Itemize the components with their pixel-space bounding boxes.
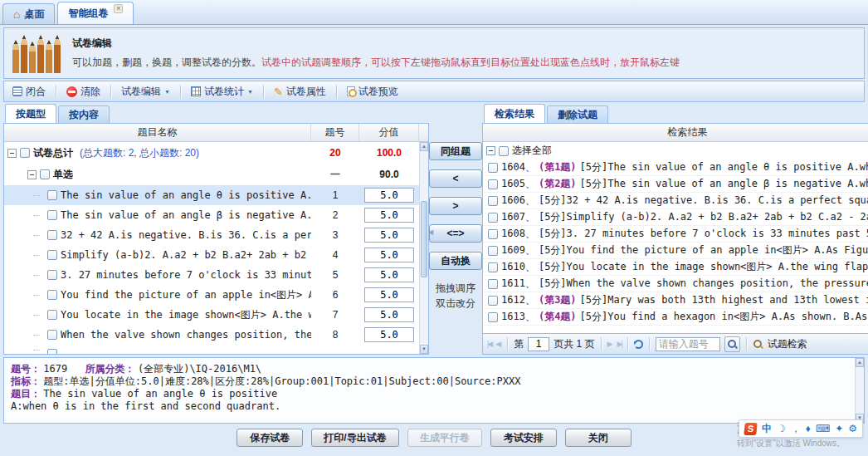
search-result-row[interactable]: 1613、(第4题)[5分]You find a hexagon in<图片> … [483,309,868,326]
panel-collapse-handle[interactable]: ◀ [428,228,433,236]
row-checkbox[interactable] [488,213,498,223]
tree-collapse-icon[interactable] [7,149,17,158]
move-right-button[interactable]: > [429,197,482,215]
tree-collapse-icon[interactable] [27,170,37,179]
scrollbar-thumb[interactable] [421,201,427,277]
scroll-up-icon[interactable]: ▲ [856,358,864,367]
select-all-checkbox[interactable] [499,146,509,156]
paper-total-row[interactable]: 试卷总计 (总大题数: 2, 总小题数: 20) 20 100.0 [4,142,428,164]
row-checkbox[interactable] [488,229,498,239]
score-input[interactable] [364,287,414,302]
row-checkbox[interactable] [488,163,498,173]
paper-edit-menu-button[interactable]: 试卷编辑 ▼ [116,83,175,101]
question-search-link[interactable]: 试题检索 [768,337,807,351]
search-result-row[interactable]: 1611、[5分]When the valve shown changes po… [483,276,868,292]
score-input[interactable] [364,208,414,223]
question-group-row[interactable]: 单选 一 90.0 [4,164,428,185]
row-checkbox[interactable] [47,210,57,220]
score-input[interactable] [364,248,414,262]
search-result-row[interactable]: 1608、[5分]3. 27 minutes before 7 o'clock … [483,226,868,243]
row-checkbox[interactable] [47,270,57,280]
row-checkbox[interactable] [47,250,57,260]
paper-properties-button[interactable]: ✎ 试卷属性 [269,83,331,101]
row-checkbox[interactable] [488,262,498,272]
column-title[interactable]: 题目名称 [4,124,311,141]
auto-replace-button[interactable]: 自动换 [429,252,482,270]
row-checkbox[interactable] [47,190,57,200]
scroll-up-icon[interactable]: ▲ [420,142,428,151]
tree-collapse-icon[interactable] [486,146,495,155]
score-input[interactable] [364,307,414,322]
select-all-row[interactable]: 选择全部 [483,142,868,159]
sogou-logo-icon[interactable]: S [744,423,758,435]
row-checkbox[interactable] [47,330,57,340]
search-result-row[interactable]: 1607、[5分]Simplify (a-b)2. A.a2 + b2 B.a2… [483,209,868,226]
tab-deleted-questions[interactable]: 删除试题 [547,105,608,123]
first-page-icon[interactable]: |◀ [487,340,491,348]
prev-page-icon[interactable]: ◀ [495,340,501,348]
footer-button[interactable]: 关闭 [565,429,631,447]
search-result-row[interactable]: 1610、[5分]You locate in the image shown<图… [483,259,868,276]
column-search-results[interactable]: 检索结果 [483,124,868,141]
footer-button[interactable]: 打印/导出试卷 [311,429,398,447]
search-result-row[interactable]: 1612、(第3题)[5分]Mary was both 13th highest… [483,292,868,309]
search-result-row[interactable]: 1605、(第2题)[5分]The sin value of an angle … [483,176,868,193]
paper-preview-button[interactable]: 试卷预览 [342,83,403,101]
collapse-button[interactable]: 闭合 [7,83,51,101]
table-row[interactable]: The sin value of an angle θ is positive … [4,185,428,205]
row-checkbox[interactable] [488,196,498,206]
clear-button[interactable]: 清除 [61,83,105,101]
table-row[interactable]: When the valve shown changes position, t… [4,325,428,345]
same-group-button[interactable]: 同组题 [429,142,482,160]
page-number-input[interactable] [528,337,549,351]
row-checkbox[interactable] [20,148,30,158]
next-page-icon[interactable]: ▶ [607,340,613,348]
scroll-down-icon[interactable]: ▼ [420,345,428,354]
half-moon-icon[interactable]: ☽ [777,424,786,434]
keyboard-icon[interactable]: ⌨ [816,424,830,434]
score-input[interactable] [364,267,414,282]
table-row[interactable]: 32 + 42 A.is negative. B.is 36. C.is a p… [4,225,428,245]
footer-button[interactable]: 考试安排 [490,429,557,447]
tab-by-content[interactable]: 按内容 [58,105,110,123]
row-checkbox[interactable] [488,246,498,256]
column-number[interactable]: 题号 [311,124,359,141]
question-number-input[interactable] [656,337,720,351]
row-checkbox[interactable] [47,290,57,300]
tab-paper-assembly[interactable]: 智能组卷 × [57,2,134,24]
table-row[interactable]: You locate in the image shown<图片> A.the … [4,305,428,325]
tab-desktop[interactable]: ⌂ 桌面 [2,3,55,24]
chinese-mode-icon[interactable]: 中 [762,424,772,434]
search-result-row[interactable]: 1606、[5分]32 + 42 A.is negative. B.is 36.… [483,193,868,209]
row-checkbox[interactable] [40,169,50,179]
table-row[interactable]: 3. 27 minutes before 7 o'clock is 33 min… [4,265,428,285]
row-checkbox[interactable] [488,179,498,189]
row-checkbox[interactable] [488,296,498,306]
score-input[interactable] [364,228,414,243]
search-result-row[interactable]: 1609、[5分]You find the picture of an appl… [483,243,868,259]
tab-by-question-type[interactable]: 按题型 [5,104,56,123]
table-row[interactable]: The sin value of an angle β is negative … [4,205,428,225]
score-input[interactable] [364,327,414,342]
punctuation-icon[interactable]: ， [791,424,801,434]
refresh-icon[interactable] [634,340,643,349]
column-score[interactable]: 分值 [359,124,419,141]
row-checkbox[interactable] [488,279,498,289]
row-checkbox[interactable] [488,312,498,322]
table-row[interactable]: Simplify (a-b)2. A.a2 + b2 B.a2+ 2ab + b… [4,245,428,265]
paper-stats-menu-button[interactable]: 试卷统计 ▼ [186,83,258,101]
move-left-button[interactable]: < [429,169,482,188]
last-page-icon[interactable]: ▶| [617,340,621,348]
score-input[interactable] [364,188,414,203]
microphone-icon[interactable]: ♦ [806,424,811,434]
skin-icon[interactable]: ✦ [835,424,843,434]
tab-search-results[interactable]: 检索结果 [484,104,545,123]
close-icon[interactable]: × [114,4,123,13]
search-result-row[interactable]: 1604、(第1题)[5分]The sin value of an angle … [483,159,868,176]
search-button[interactable] [724,336,740,352]
footer-button[interactable]: 保存试卷 [237,429,303,447]
toolbox-icon[interactable]: ⚙ [848,424,857,434]
swap-button[interactable]: <=> [429,224,482,243]
row-checkbox[interactable] [47,230,57,240]
row-checkbox[interactable] [47,310,57,320]
